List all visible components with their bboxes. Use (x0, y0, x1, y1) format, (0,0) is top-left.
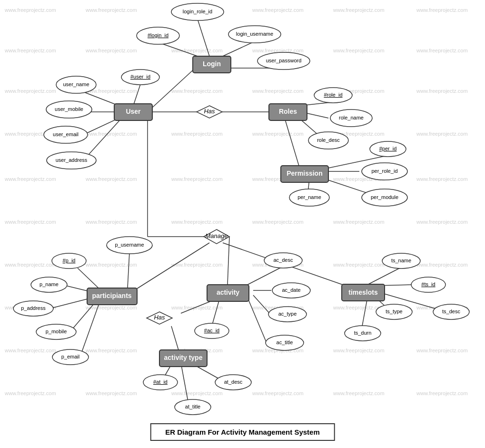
svg-text:p_address: p_address (21, 305, 46, 311)
svg-text:Manage: Manage (206, 232, 228, 239)
svg-line-22 (228, 237, 229, 285)
svg-line-41 (362, 298, 367, 329)
svg-text:user_email: user_email (53, 131, 79, 137)
svg-line-15 (285, 118, 299, 166)
svg-line-25 (247, 268, 281, 285)
svg-text:ts_name: ts_name (391, 258, 411, 263)
svg-text:p_email: p_email (61, 354, 80, 359)
svg-text:#at_id: #at_id (153, 379, 168, 385)
er-diagram-svg: Login User Roles Permission activity par… (0, 0, 485, 448)
svg-text:ac_type: ac_type (278, 311, 297, 317)
svg-text:activity type: activity type (164, 354, 203, 361)
svg-text:activity: activity (217, 289, 239, 296)
svg-line-35 (50, 298, 93, 309)
svg-text:participiants: participiants (92, 292, 131, 299)
svg-text:p_username: p_username (115, 242, 144, 248)
svg-line-32 (128, 252, 129, 288)
svg-text:Roles: Roles (279, 108, 297, 115)
svg-text:#per_id: #per_id (379, 146, 397, 151)
svg-text:user_password: user_password (266, 58, 302, 63)
svg-line-28 (247, 298, 267, 343)
svg-line-38 (367, 268, 400, 285)
svg-text:Has: Has (154, 314, 165, 321)
svg-text:per_name: per_name (297, 194, 321, 200)
svg-line-33 (78, 268, 100, 289)
svg-line-8 (83, 92, 119, 106)
svg-text:ac_desc: ac_desc (274, 257, 293, 263)
svg-text:#user_id: #user_id (130, 74, 150, 80)
svg-text:login_username: login_username (236, 31, 273, 37)
svg-text:user_name: user_name (63, 81, 89, 87)
svg-text:per_module: per_module (371, 194, 398, 200)
svg-text:user_mobile: user_mobile (55, 106, 83, 112)
svg-line-31 (171, 326, 178, 350)
svg-text:user_address: user_address (56, 157, 88, 163)
svg-text:role_name: role_name (339, 115, 364, 120)
svg-line-37 (80, 304, 99, 357)
svg-text:ts_durn: ts_durn (354, 330, 372, 336)
svg-line-10 (83, 118, 119, 135)
svg-text:User: User (126, 108, 141, 115)
svg-text:Has: Has (204, 108, 215, 115)
svg-text:ac_title: ac_title (277, 339, 293, 345)
svg-text:role_desc: role_desc (317, 137, 340, 143)
svg-text:Permission: Permission (287, 169, 322, 177)
svg-line-27 (253, 295, 270, 314)
svg-text:timeslots: timeslots (348, 289, 378, 296)
svg-text:login_role_id: login_role_id (183, 9, 212, 14)
svg-text:Login: Login (203, 60, 221, 68)
svg-text:#login_id: #login_id (148, 32, 168, 38)
svg-line-7 (133, 84, 140, 106)
svg-text:per_role_id: per_role_id (371, 168, 397, 174)
svg-line-2 (159, 43, 198, 56)
svg-text:#role_id: #role_id (324, 92, 342, 98)
svg-text:ts_type: ts_type (386, 309, 402, 314)
svg-text:#p_id: #p_id (63, 258, 76, 263)
svg-text:ts_desc: ts_desc (442, 309, 460, 314)
svg-text:p_mobile: p_mobile (46, 329, 67, 334)
diagram-title: ER Diagram For Activity Management Syste… (150, 423, 335, 441)
svg-line-45 (181, 363, 188, 401)
svg-text:at_desc: at_desc (224, 379, 243, 385)
svg-text:at_title: at_title (185, 404, 200, 409)
svg-text:ac_date: ac_date (282, 287, 300, 293)
svg-text:p_name: p_name (40, 281, 59, 287)
svg-text:#ac_id: #ac_id (204, 328, 219, 333)
svg-line-1 (223, 41, 255, 56)
svg-text:#ts_id: #ts_id (421, 281, 435, 287)
svg-line-0 (198, 19, 209, 56)
svg-line-36 (70, 302, 95, 332)
